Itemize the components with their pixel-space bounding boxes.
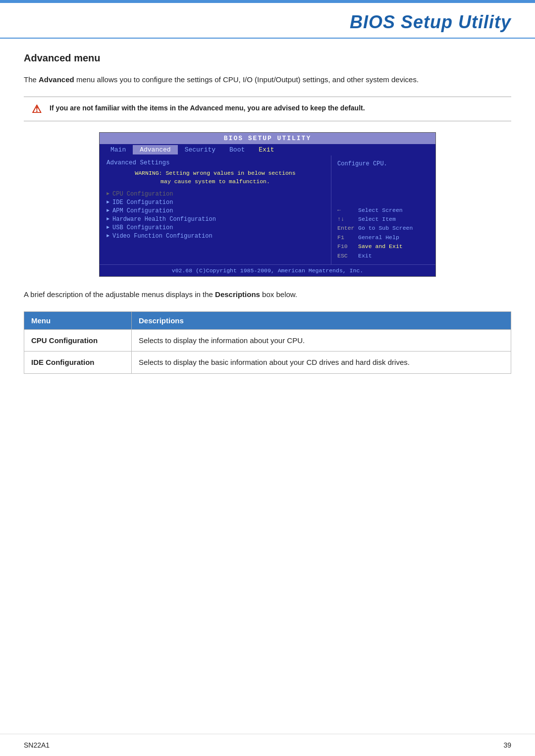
- bios-menu-bar: Main Advanced Security Boot Exit: [100, 144, 435, 155]
- bios-cpu-config[interactable]: ► CPU Configuration: [107, 190, 324, 198]
- model-label: SN22A1: [24, 741, 50, 749]
- key-f10: F10: [337, 242, 355, 251]
- bios-menu-exit[interactable]: Exit: [252, 145, 281, 154]
- desc-paragraph: A brief description of the adjustable me…: [24, 289, 511, 301]
- val-exit: Exit: [358, 252, 372, 260]
- bios-help-row-f10: F10 Save and Exit: [337, 242, 429, 251]
- bios-apm-config[interactable]: ► APM Configuration: [107, 206, 324, 215]
- section-title: Advanced menu: [24, 52, 511, 64]
- bios-screenshot: BIOS SETUP UTILITY Main Advanced Securit…: [99, 132, 436, 277]
- bios-top-bar: BIOS SETUP UTILITY: [100, 133, 435, 144]
- bios-usb-config[interactable]: ► USB Configuration: [107, 223, 324, 232]
- bios-left-panel: Advanced Settings WARNING: Setting wrong…: [100, 155, 331, 264]
- table-cell-ide-desc: Selects to display the basic information…: [131, 352, 511, 373]
- val-save-exit: Save and Exit: [358, 242, 403, 251]
- bios-help-table: ← Select Screen ↑↓ Select Item Enter Go …: [337, 206, 429, 260]
- key-enter: Enter: [337, 224, 355, 233]
- key-arrow: ←: [337, 206, 355, 215]
- bios-help-row-selectscreen: ← Select Screen: [337, 206, 429, 215]
- bios-menu-advanced[interactable]: Advanced: [133, 145, 177, 154]
- page-number: 39: [503, 741, 511, 749]
- table-header-menu: Menu: [24, 312, 132, 330]
- arrow-icon: ►: [107, 225, 109, 230]
- bios-menu-security[interactable]: Security: [178, 145, 222, 154]
- val-select-screen: Select Screen: [358, 206, 403, 215]
- descriptions-table: Menu Descriptions CPU Configuration Sele…: [24, 311, 511, 374]
- bios-right-panel: Configure CPU. ← Select Screen ↑↓ Select…: [331, 155, 435, 264]
- warning-icon: ⚠: [32, 104, 43, 115]
- table-header-descriptions: Descriptions: [131, 312, 511, 330]
- val-general-help: General Help: [358, 233, 399, 242]
- arrow-icon: ►: [107, 200, 109, 205]
- bios-body: Advanced Settings WARNING: Setting wrong…: [100, 155, 435, 264]
- page-footer: SN22A1 39: [0, 734, 535, 756]
- arrow-icon: ►: [107, 191, 109, 197]
- descriptions-bold: Descriptions: [215, 290, 260, 299]
- bios-advanced-menu-list: ► CPU Configuration ► IDE Configuration …: [107, 190, 324, 240]
- bios-help-row-selectitem: ↑↓ Select Item: [337, 215, 429, 224]
- title-area: BIOS Setup Utility: [0, 3, 535, 39]
- table-cell-ide-menu: IDE Configuration: [24, 352, 132, 373]
- bios-hwhealth-config[interactable]: ► Hardware Health Configuration: [107, 215, 324, 223]
- table-cell-cpu-menu: CPU Configuration: [24, 330, 132, 352]
- bios-section-header: Advanced Settings: [107, 159, 324, 166]
- intro-bold: Advanced: [39, 75, 74, 84]
- key-f1: F1: [337, 233, 355, 242]
- bios-ide-config[interactable]: ► IDE Configuration: [107, 198, 324, 206]
- page-title: BIOS Setup Utility: [350, 12, 511, 33]
- val-select-item: Select Item: [358, 215, 396, 224]
- bios-menu-main[interactable]: Main: [104, 145, 133, 154]
- table-row: CPU Configuration Selects to display the…: [24, 330, 511, 352]
- bios-help-row-enter: Enter Go to Sub Screen: [337, 224, 429, 233]
- val-goto-subscreen: Go to Sub Screen: [358, 224, 413, 233]
- main-content: Advanced menu The Advanced menu allows y…: [0, 39, 535, 394]
- warning-text: If you are not familiar with the items i…: [50, 103, 365, 114]
- key-esc: ESC: [337, 252, 355, 260]
- arrow-icon: ►: [107, 233, 109, 239]
- table-row: IDE Configuration Selects to display the…: [24, 352, 511, 373]
- bios-warning-text: WARNING: Setting wrong values in below s…: [107, 169, 324, 186]
- table-cell-cpu-desc: Selects to display the information about…: [131, 330, 511, 352]
- warning-box: ⚠ If you are not familiar with the items…: [24, 97, 511, 121]
- bios-video-config[interactable]: ► Video Function Configuration: [107, 232, 324, 240]
- intro-paragraph: The Advanced menu allows you to configur…: [24, 74, 511, 86]
- key-updown: ↑↓: [337, 215, 355, 224]
- bios-menu-boot[interactable]: Boot: [222, 145, 252, 154]
- bios-help-row-f1: F1 General Help: [337, 233, 429, 242]
- bios-help-row-esc: ESC Exit: [337, 252, 429, 260]
- arrow-icon: ►: [107, 216, 109, 222]
- bios-footer: v02.68 (C)Copyright 1985-2009, American …: [100, 264, 435, 276]
- bios-right-description: Configure CPU.: [337, 159, 429, 168]
- arrow-icon: ►: [107, 208, 109, 213]
